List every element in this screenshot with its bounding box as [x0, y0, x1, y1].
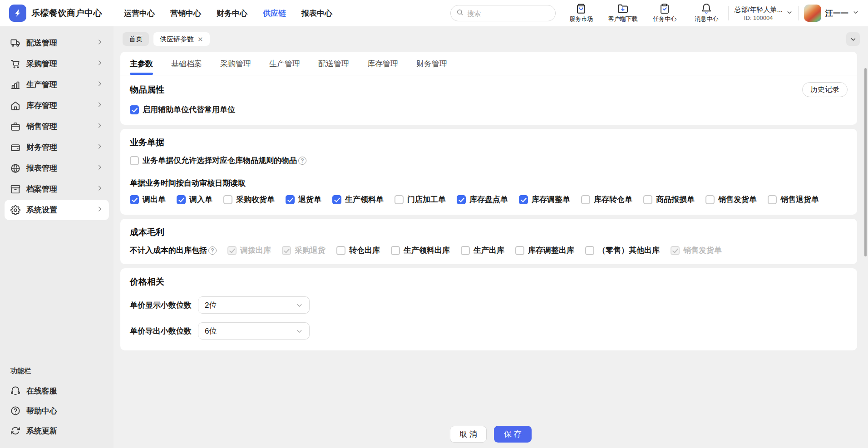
checkbox-unchecked[interactable] — [581, 195, 590, 204]
top-nav-marketing[interactable]: 营销中心 — [170, 8, 201, 19]
checkbox-label: 生产领料单 — [345, 194, 384, 205]
checkbox-goods-loss[interactable]: 商品报损单 — [643, 194, 695, 205]
sidebar-item-purchase[interactable]: 采购管理 — [5, 54, 109, 74]
breadcrumb-home[interactable]: 首页 — [123, 32, 149, 46]
sidebar-footer-online-service[interactable]: 在线客服 — [5, 381, 109, 401]
quick-link-message-center[interactable]: 消息中心 — [690, 3, 723, 23]
app-logo-icon — [9, 5, 26, 22]
checkbox-unchecked[interactable] — [130, 156, 139, 165]
checkbox-checked[interactable] — [130, 105, 139, 114]
checkbox-unchecked[interactable] — [515, 246, 524, 255]
card-price: 价格相关 单价显示小数位数2位单价导出小数位数6位 — [120, 268, 857, 350]
sidebar-item-finance[interactable]: 财务管理 — [5, 137, 109, 158]
quick-link-service-market[interactable]: 服务市场 — [565, 3, 597, 23]
tab-production-mgmt[interactable]: 生产管理 — [269, 52, 300, 75]
checkbox-unchecked[interactable] — [336, 246, 345, 255]
checkbox-stock-adjust-out[interactable]: 库存调整出库 — [515, 245, 574, 256]
sidebar-item-archives[interactable]: 档案管理 — [5, 179, 109, 199]
breadcrumb-open-tab[interactable]: 供应链参数 ✕ — [153, 32, 210, 46]
search-input[interactable] — [467, 10, 550, 17]
sidebar-item-delivery[interactable]: 配送管理 — [5, 33, 109, 53]
sidebar-item-sales[interactable]: 销售管理 — [5, 116, 109, 137]
checkbox-stock-transfer[interactable]: 库存转仓单 — [581, 194, 632, 205]
checkbox-unchecked[interactable] — [461, 246, 470, 255]
checkbox-checked[interactable] — [332, 195, 341, 204]
sidebar-item-system-settings[interactable]: 系统设置 — [5, 200, 109, 220]
form-actions: 取 消 保 存 — [113, 426, 868, 443]
checkbox-store-processing[interactable]: 门店加工单 — [395, 194, 446, 205]
checkbox-checked[interactable] — [519, 195, 528, 204]
top-nav-report-center[interactable]: 报表中心 — [301, 8, 332, 19]
tab-inventory-mgmt[interactable]: 库存管理 — [367, 52, 398, 75]
breadcrumb: 首页 供应链参数 ✕ — [113, 26, 868, 52]
top-nav-supply-chain[interactable]: 供应链 — [263, 8, 286, 19]
sidebar-item-label: 财务管理 — [26, 142, 57, 153]
sidebar-item-inventory[interactable]: 库存管理 — [5, 95, 109, 116]
quick-link-client-download[interactable]: 客户端下载 — [607, 3, 639, 23]
cancel-button[interactable]: 取 消 — [450, 426, 487, 443]
help-icon[interactable]: ? — [208, 246, 217, 255]
checkbox-unchecked[interactable] — [768, 195, 777, 204]
select-export-decimals[interactable]: 6位 — [198, 322, 310, 340]
sidebar-item-reports[interactable]: 报表管理 — [5, 158, 109, 178]
checkbox-unchecked[interactable] — [395, 195, 404, 204]
checkbox-purchase-return[interactable]: 退货单 — [286, 194, 321, 205]
tab-finance-mgmt[interactable]: 财务管理 — [416, 52, 447, 75]
top-bar: 乐檬餐饮商户中心 运营中心营销中心财务中心供应链报表中心 服务市场客户端下载任务… — [0, 0, 868, 26]
collapse-tabs-button[interactable] — [846, 32, 860, 46]
checkbox-production-picking-out[interactable]: 生产领料出库 — [391, 245, 450, 256]
checkbox-checked[interactable] — [457, 195, 466, 204]
chevron-right-icon — [96, 164, 103, 172]
top-nav-operations[interactable]: 运营中心 — [124, 8, 155, 19]
scrollbar[interactable] — [864, 68, 867, 256]
checkbox-checked — [282, 246, 291, 255]
checkbox-transfer-out[interactable]: 调出单 — [130, 194, 166, 205]
checkbox-checked[interactable] — [177, 195, 186, 204]
checkbox-warehouse-transfer-out[interactable]: 转仓出库 — [336, 245, 380, 256]
checkbox-label: 启用辅助单位代替常用单位 — [143, 104, 235, 115]
checkbox-stock-adjust[interactable]: 库存调整单 — [519, 194, 570, 205]
checkbox-retail-other-out[interactable]: （零售）其他出库 — [585, 245, 660, 256]
checkbox-warehouse-item-rule[interactable]: 业务单据仅允许选择对应仓库物品规则的物品? — [130, 155, 306, 166]
sidebar-footer-help-center[interactable]: 帮助中心 — [5, 401, 109, 421]
checkbox-label: 销售退货单 — [780, 194, 819, 205]
top-nav-finance-center[interactable]: 财务中心 — [217, 8, 247, 19]
checkbox-transfer-in[interactable]: 调入单 — [177, 194, 212, 205]
tab-delivery-mgmt[interactable]: 配送管理 — [318, 52, 349, 75]
checkbox-checked[interactable] — [286, 195, 295, 204]
checkbox-production-picking[interactable]: 生产领料单 — [332, 194, 384, 205]
checkbox-aux-unit[interactable]: 启用辅助单位代替常用单位 — [130, 104, 235, 115]
save-button[interactable]: 保 存 — [494, 426, 532, 443]
checkbox-sales-return[interactable]: 销售退货单 — [768, 194, 819, 205]
checkbox-unchecked[interactable] — [705, 195, 715, 204]
close-icon[interactable]: ✕ — [197, 36, 203, 43]
checkbox-checked[interactable] — [130, 195, 139, 204]
user-menu[interactable]: 汪一一 — [804, 5, 859, 22]
checkbox-sales-delivery[interactable]: 销售发货单 — [705, 194, 757, 205]
checkbox-unchecked[interactable] — [585, 246, 594, 255]
sidebar-footer-system-update[interactable]: 系统更新 — [5, 421, 109, 441]
store-selector[interactable]: 总部/年轻人第... ID: 100004 — [734, 5, 793, 21]
checkbox-unchecked[interactable] — [391, 246, 400, 255]
sidebar-item-production[interactable]: 生产管理 — [5, 74, 109, 95]
help-icon[interactable]: ? — [298, 157, 306, 165]
history-button[interactable]: 历史记录 — [802, 82, 848, 97]
tab-main-params[interactable]: 主参数 — [130, 52, 153, 75]
search-box[interactable] — [450, 5, 556, 21]
checkbox-production-out[interactable]: 生产出库 — [461, 245, 504, 256]
checkbox-label: 业务单据仅允许选择对应仓库物品规则的物品 — [143, 155, 297, 166]
top-nav: 运营中心营销中心财务中心供应链报表中心 — [124, 8, 332, 19]
checkbox-label: 调入单 — [189, 194, 212, 205]
checkbox-unchecked[interactable] — [223, 195, 232, 204]
tab-basic-archives[interactable]: 基础档案 — [171, 52, 202, 75]
quick-link-task-center[interactable]: 任务中心 — [648, 3, 681, 23]
checkbox-purchase-receipt[interactable]: 采购收货单 — [223, 194, 275, 205]
sidebar: 配送管理采购管理生产管理库存管理销售管理财务管理报表管理档案管理系统设置 功能栏… — [0, 26, 113, 448]
checkbox-stock-count[interactable]: 库存盘点单 — [457, 194, 508, 205]
section-title-business-docs: 业务单据 — [130, 137, 848, 148]
sidebar-item-label: 档案管理 — [26, 184, 57, 194]
tab-purchase-mgmt[interactable]: 采购管理 — [220, 52, 251, 75]
select-display-decimals[interactable]: 2位 — [198, 296, 310, 314]
checkbox-unchecked[interactable] — [643, 195, 652, 204]
field-export-decimals: 单价导出小数位数6位 — [130, 322, 848, 340]
